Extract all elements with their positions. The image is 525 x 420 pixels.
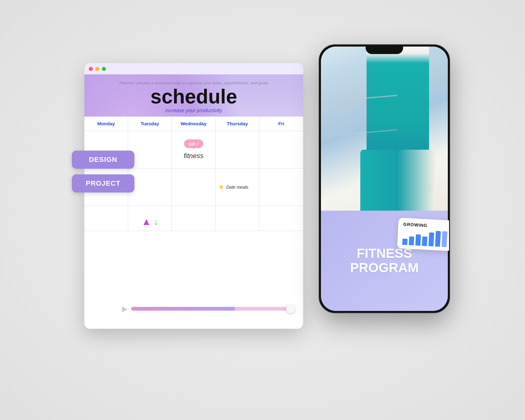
schedule-tagline: increase your productivity <box>84 108 303 113</box>
calendar-header-row: Monday Tuesday Wednesday Thursday Fri <box>84 117 303 131</box>
bar-5 <box>428 232 434 247</box>
sidebar-buttons: DESIGN PROJECT <box>72 151 134 192</box>
cell-tue-2 <box>128 168 172 206</box>
window-control-yellow[interactable] <box>95 67 99 71</box>
calendar-row-3: ▲ ↓ <box>84 206 303 231</box>
bar-7 <box>442 231 448 247</box>
window-control-green[interactable] <box>102 67 106 71</box>
window-control-red[interactable] <box>89 67 93 71</box>
browser-content: Planners provide a structured way to org… <box>84 74 303 329</box>
cursor-purple-icon: ▲ <box>142 216 152 228</box>
cell-thu-1 <box>216 131 259 168</box>
progress-area: ▶ <box>122 304 291 313</box>
day-thursday: Thursday <box>216 117 259 131</box>
day-wednesday: Wednesday <box>172 117 216 131</box>
growing-badge: GROWING <box>397 218 450 251</box>
cell-tue-3: ▲ ↓ <box>128 206 172 231</box>
fitness-bubble: get √ <box>184 139 203 148</box>
fitness-program-title: FITNESS PROGRAM <box>350 246 418 275</box>
day-monday: Monday <box>84 117 128 131</box>
schedule-title: schedule <box>84 87 303 107</box>
cell-thu-3 <box>216 206 259 231</box>
progress-thumb[interactable] <box>286 304 295 313</box>
fitness-title-line2: PROGRAM <box>350 260 418 275</box>
progress-bar[interactable] <box>131 307 291 311</box>
date-meals-text: Date meals <box>226 185 248 190</box>
cell-fri-3 <box>259 206 303 231</box>
play-icon[interactable]: ▶ <box>122 304 128 313</box>
browser-window: Planners provide a structured way to org… <box>84 63 303 329</box>
phone-screen: FITNESS PROGRAM <box>321 47 448 311</box>
scene: Planners provide a structured way to org… <box>75 38 450 382</box>
bar-6 <box>435 231 441 247</box>
phone-notch <box>366 45 403 54</box>
cursor-green-icon: ↓ <box>154 217 158 227</box>
schedule-header: Planners provide a structured way to org… <box>84 74 303 117</box>
bar-4 <box>422 237 428 246</box>
cell-tue-1 <box>128 131 172 168</box>
bar-chart <box>402 229 447 247</box>
phone-image <box>321 47 448 218</box>
bar-1 <box>402 238 408 245</box>
star-icon: ★ <box>218 183 224 191</box>
day-friday: Fri <box>259 117 303 131</box>
cell-wed-2 <box>172 168 216 206</box>
design-button[interactable]: DESIGN <box>72 151 134 169</box>
fitness-label: fitness <box>184 152 204 160</box>
project-button[interactable]: PROJECT <box>72 174 134 192</box>
cell-fri-1 <box>259 131 303 168</box>
cell-wed-3 <box>172 206 216 231</box>
growing-label: GROWING <box>403 222 448 229</box>
cell-wed-1: get √ fitness <box>172 131 216 168</box>
cell-fri-2 <box>259 168 303 206</box>
day-tuesday: Tuesday <box>128 117 172 131</box>
schedule-subtitle: Planners provide a structured way to org… <box>84 81 303 85</box>
runner-legs <box>360 150 435 218</box>
phone: FITNESS PROGRAM GROWING <box>319 44 450 313</box>
cell-mon-3 <box>84 206 128 231</box>
arrows-container: ▲ ↓ <box>142 216 158 228</box>
bar-2 <box>409 236 414 245</box>
progress-fill <box>131 307 235 311</box>
browser-titlebar <box>84 63 303 74</box>
bar-3 <box>415 234 421 246</box>
cell-thu-2: ★ Date meals <box>216 168 259 206</box>
